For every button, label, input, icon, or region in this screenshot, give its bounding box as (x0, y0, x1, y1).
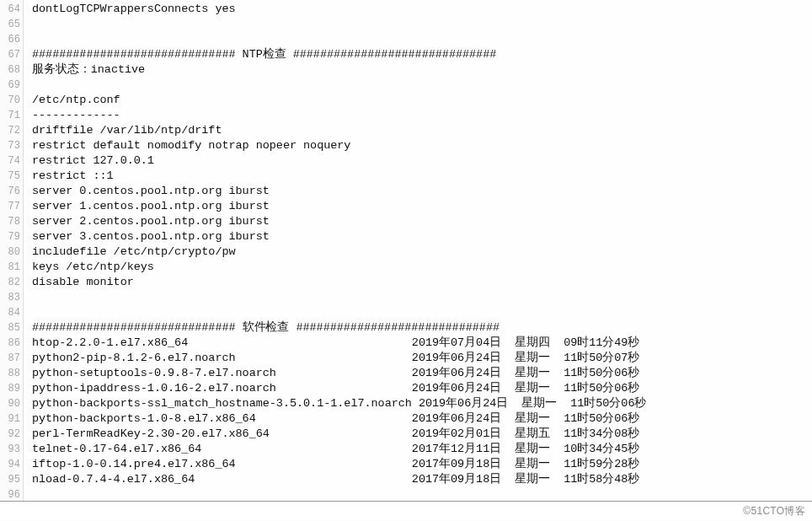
line-number: 91 (0, 411, 23, 427)
line-number: 85 (0, 320, 23, 336)
code-line: includefile /etc/ntp/crypto/pw (32, 244, 812, 260)
line-number: 80 (0, 244, 23, 260)
code-line: server 3.centos.pool.ntp.org iburst (32, 229, 812, 244)
line-number: 69 (0, 78, 23, 93)
code-line: ############################## 软件检查 ####… (32, 320, 812, 336)
code-area[interactable]: dontLogTCPWrappersConnects yes #########… (24, 0, 812, 501)
code-line: 服务状态：inactive (32, 62, 812, 78)
line-number: 87 (0, 351, 23, 366)
code-line: python-setuptools-0.9.8-7.el7.noarch 201… (32, 366, 812, 381)
line-number: 76 (0, 184, 23, 199)
code-line: disable monitor (32, 275, 812, 290)
line-number: 83 (0, 290, 23, 305)
code-line: server 0.centos.pool.ntp.org iburst (32, 184, 812, 199)
line-number: 82 (0, 275, 23, 290)
footer-bar: ©51CTO博客 (0, 502, 812, 520)
code-line: server 2.centos.pool.ntp.org iburst (32, 214, 812, 229)
line-number: 90 (0, 396, 23, 411)
line-number: 74 (0, 153, 23, 169)
code-line: htop-2.2.0-1.el7.x86_64 2019年07月04日 星期四 … (32, 336, 812, 351)
line-number: 71 (0, 108, 23, 123)
code-line: restrict 127.0.0.1 (32, 153, 812, 169)
line-number: 73 (0, 138, 23, 153)
code-line: python2-pip-8.1.2-6.el7.noarch 2019年06月2… (32, 351, 812, 366)
editor-viewport: 6465666768697071727374757677787980818283… (0, 0, 812, 502)
watermark-text: ©51CTO博客 (743, 504, 805, 518)
line-number: 70 (0, 93, 23, 108)
line-number: 72 (0, 123, 23, 138)
code-line: /etc/ntp.conf (32, 93, 812, 108)
code-line: telnet-0.17-64.el7.x86_64 2017年12月11日 星期… (32, 442, 812, 457)
line-number: 77 (0, 199, 23, 214)
line-number: 65 (0, 17, 23, 32)
line-number: 93 (0, 442, 23, 457)
code-line: dontLogTCPWrappersConnects yes (32, 2, 812, 17)
code-line: server 1.centos.pool.ntp.org iburst (32, 199, 812, 214)
code-line: keys /etc/ntp/keys (32, 260, 812, 275)
line-number: 75 (0, 169, 23, 184)
line-number: 79 (0, 229, 23, 244)
line-number: 88 (0, 366, 23, 381)
code-line: restrict default nomodify notrap nopeer … (32, 138, 812, 153)
code-line: nload-0.7.4-4.el7.x86_64 2017年09月18日 星期一… (32, 472, 812, 487)
code-line: ############################## NTP检查 ###… (32, 47, 812, 62)
line-number: 64 (0, 2, 23, 17)
line-number: 94 (0, 457, 23, 472)
line-number: 66 (0, 32, 23, 47)
line-number: 81 (0, 260, 23, 275)
line-number: 92 (0, 427, 23, 442)
code-line (32, 290, 812, 305)
line-number: 86 (0, 336, 23, 351)
code-line (32, 487, 812, 502)
code-line: python-backports-1.0-8.el7.x86_64 2019年0… (32, 411, 812, 427)
code-line: perl-TermReadKey-2.30-20.el7.x86_64 2019… (32, 427, 812, 442)
code-line (32, 305, 812, 320)
line-number: 96 (0, 487, 23, 502)
code-line: iftop-1.0-0.14.pre4.el7.x86_64 2017年09月1… (32, 457, 812, 472)
line-number: 95 (0, 472, 23, 487)
code-line: ------------- (32, 108, 812, 123)
line-number: 67 (0, 47, 23, 62)
code-line: driftfile /var/lib/ntp/drift (32, 123, 812, 138)
code-line (32, 78, 812, 93)
line-number-gutter: 6465666768697071727374757677787980818283… (0, 0, 24, 501)
code-line (32, 17, 812, 32)
code-line: python-ipaddress-1.0.16-2.el7.noarch 201… (32, 381, 812, 396)
line-number: 84 (0, 305, 23, 320)
line-number: 89 (0, 381, 23, 396)
code-line (32, 32, 812, 47)
line-number: 78 (0, 214, 23, 229)
line-number: 68 (0, 62, 23, 78)
code-line: python-backports-ssl_match_hostname-3.5.… (32, 396, 812, 411)
code-line: restrict ::1 (32, 169, 812, 184)
